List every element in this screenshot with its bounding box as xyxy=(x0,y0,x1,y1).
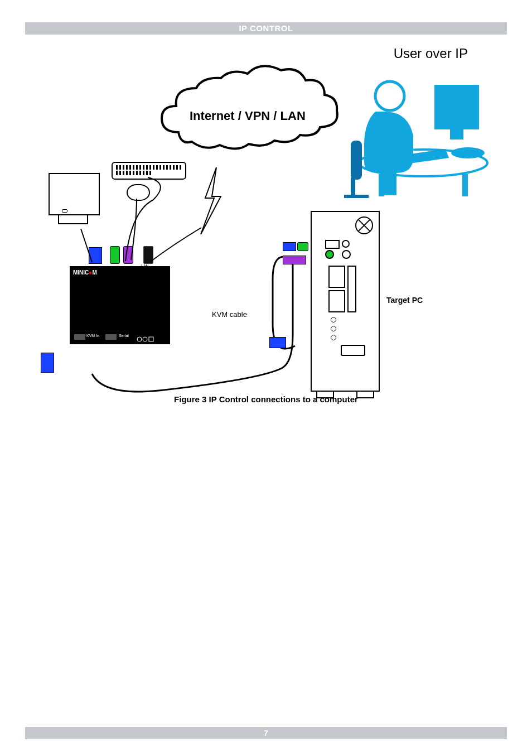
target-pc-tower-icon xyxy=(311,211,380,392)
target-pc-label: Target PC xyxy=(386,296,423,305)
kvm-cable-icon xyxy=(25,40,505,408)
page-header-bar: IP CONTROL xyxy=(25,22,507,35)
page-footer-bar: 7 xyxy=(25,727,507,739)
figure-3-diagram: User over IP Internet / VPN / LAN xyxy=(25,40,507,420)
kvm-cable-label: KVM cable xyxy=(212,310,247,319)
figure-caption: Figure 3 IP Control connections to a com… xyxy=(25,394,507,404)
